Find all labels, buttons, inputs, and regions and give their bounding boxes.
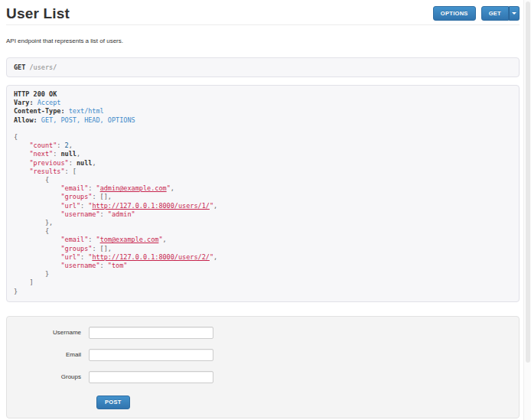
code-token: }, bbox=[14, 219, 53, 226]
code-token: Accept bbox=[37, 99, 61, 106]
code-token bbox=[14, 142, 29, 149]
code-token bbox=[14, 202, 60, 210]
code-token: , bbox=[213, 253, 217, 261]
code-token: "tom" bbox=[108, 262, 128, 269]
groups-input[interactable] bbox=[89, 371, 213, 383]
scrollbar-thumb[interactable] bbox=[526, 2, 530, 363]
code-token: : [ bbox=[65, 168, 77, 175]
code-token bbox=[14, 150, 29, 158]
get-button[interactable]: GET bbox=[481, 6, 509, 21]
url-link[interactable]: tom@example.com bbox=[100, 236, 159, 243]
scrollbar[interactable] bbox=[523, 0, 531, 420]
request-method: GET bbox=[14, 63, 25, 71]
code-token: "previous" bbox=[29, 159, 68, 167]
code-token bbox=[14, 245, 60, 252]
response-panel: HTTP 200 OK Vary: Accept Content-Type: t… bbox=[6, 85, 520, 302]
page-title: User List bbox=[6, 5, 70, 22]
page-container: User List OPTIONS GET API endpoint that … bbox=[6, 0, 520, 418]
code-token: , bbox=[92, 159, 96, 167]
code-token: : bbox=[88, 184, 96, 192]
code-token: } bbox=[14, 288, 18, 295]
code-token bbox=[14, 168, 29, 175]
form-row-groups: Groups bbox=[7, 371, 519, 383]
username-input[interactable] bbox=[89, 327, 213, 339]
code-token bbox=[14, 193, 60, 200]
code-token: "groups" bbox=[60, 193, 92, 200]
post-form: Username Email Groups POST bbox=[6, 316, 520, 418]
code-token: "email" bbox=[60, 236, 88, 243]
code-token: Allow: bbox=[14, 116, 37, 124]
post-button[interactable]: POST bbox=[96, 396, 130, 409]
code-token bbox=[14, 262, 60, 269]
code-token: : [], bbox=[92, 193, 112, 200]
code-token: : bbox=[100, 262, 108, 269]
code-token: , bbox=[163, 236, 167, 243]
code-token: } bbox=[14, 270, 49, 278]
get-dropdown-toggle[interactable] bbox=[509, 6, 520, 21]
form-row-username: Username bbox=[7, 327, 519, 339]
code-token: Content-Type: bbox=[14, 107, 65, 115]
code-token: "results" bbox=[29, 168, 64, 175]
code-token: "admin" bbox=[108, 210, 135, 218]
code-token: : bbox=[80, 253, 88, 261]
code-token: text/html bbox=[69, 107, 104, 115]
chevron-down-icon bbox=[512, 12, 516, 15]
request-path: /users/ bbox=[29, 63, 57, 71]
code-token: : bbox=[69, 159, 77, 167]
code-token bbox=[14, 253, 60, 261]
code-token: "url" bbox=[60, 253, 80, 261]
code-token: : bbox=[53, 150, 60, 158]
code-token: "username" bbox=[60, 210, 99, 218]
request-line: GET /users/ bbox=[6, 57, 520, 77]
header-buttons: OPTIONS GET bbox=[433, 6, 520, 21]
code-token: : bbox=[88, 236, 96, 243]
code-token: "next" bbox=[29, 150, 53, 158]
code-token: null bbox=[60, 150, 76, 158]
code-token: "username" bbox=[60, 262, 99, 269]
code-token: HTTP 200 OK bbox=[14, 90, 57, 98]
email-label: Email bbox=[7, 351, 89, 358]
code-token: Vary: bbox=[14, 99, 34, 106]
code-token: GET, POST, HEAD, OPTIONS bbox=[41, 116, 135, 124]
response-body: HTTP 200 OK Vary: Accept Content-Type: t… bbox=[14, 90, 512, 296]
code-token: , bbox=[69, 142, 73, 149]
code-token: : bbox=[100, 210, 108, 218]
code-token bbox=[14, 184, 60, 192]
url-link[interactable]: http://127.0.0.1:8000/users/2/ bbox=[92, 253, 210, 261]
code-token: : bbox=[57, 142, 64, 149]
code-token bbox=[14, 210, 60, 218]
code-token: { bbox=[14, 227, 49, 235]
code-token bbox=[14, 236, 60, 243]
code-token: "count" bbox=[29, 142, 57, 149]
code-token: { bbox=[14, 176, 49, 184]
code-token: : bbox=[80, 202, 88, 210]
form-row-email: Email bbox=[7, 349, 519, 361]
groups-label: Groups bbox=[7, 373, 89, 380]
code-token: null bbox=[77, 159, 92, 167]
code-token: "groups" bbox=[60, 245, 92, 252]
code-token: , bbox=[77, 150, 80, 158]
username-label: Username bbox=[7, 329, 89, 336]
code-token: ] bbox=[14, 278, 34, 286]
code-token: "email" bbox=[60, 184, 88, 192]
get-split-button: GET bbox=[481, 6, 520, 21]
email-input[interactable] bbox=[89, 349, 213, 361]
code-token: , bbox=[213, 202, 217, 210]
code-token: : [], bbox=[92, 245, 112, 252]
code-token: { bbox=[14, 133, 18, 141]
code-token: "url" bbox=[60, 202, 80, 210]
page-header: User List OPTIONS GET bbox=[6, 0, 520, 25]
code-token: , bbox=[171, 184, 174, 192]
endpoint-description: API endpoint that represents a list of u… bbox=[6, 37, 520, 44]
url-link[interactable]: http://127.0.0.1:8000/users/1/ bbox=[92, 202, 210, 210]
options-button[interactable]: OPTIONS bbox=[433, 6, 476, 21]
url-link[interactable]: admin@example.com bbox=[100, 184, 167, 192]
code-token bbox=[14, 159, 29, 167]
